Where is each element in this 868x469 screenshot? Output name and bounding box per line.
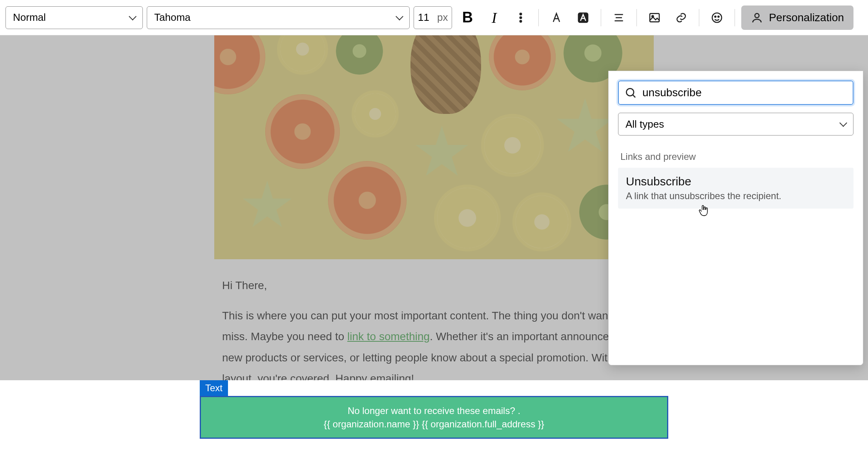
align-button[interactable] bbox=[607, 6, 630, 29]
toolbar-separator bbox=[601, 9, 601, 26]
font-size-input[interactable]: 11 px bbox=[414, 6, 452, 29]
type-filter-select[interactable]: All types bbox=[618, 113, 853, 136]
toolbar-separator bbox=[735, 9, 735, 26]
toolbar-separator bbox=[699, 9, 699, 26]
svg-point-1 bbox=[520, 16, 522, 18]
image-icon bbox=[648, 11, 661, 24]
svg-point-11 bbox=[718, 16, 719, 17]
font-size-unit: px bbox=[437, 11, 448, 24]
type-filter-value: All types bbox=[625, 118, 664, 130]
hero-image[interactable] bbox=[214, 35, 654, 259]
search-input[interactable] bbox=[642, 86, 847, 99]
toolbar: Normal Tahoma 11 px B I Personalization bbox=[0, 0, 868, 35]
footer-line-2: {{ organization.name }} {{ organization.… bbox=[208, 418, 660, 431]
link-button[interactable] bbox=[670, 6, 693, 29]
font-family-select[interactable]: Tahoma bbox=[147, 6, 410, 29]
results-heading: Links and preview bbox=[618, 151, 853, 168]
editor-canvas: Hi There, This is where you can put your… bbox=[0, 35, 868, 469]
chevron-down-icon bbox=[839, 119, 847, 127]
personalization-search[interactable] bbox=[618, 81, 853, 105]
bold-button[interactable]: B bbox=[456, 6, 479, 29]
chevron-down-icon bbox=[129, 13, 137, 20]
results-section: Links and preview Unsubscribe A link tha… bbox=[618, 151, 853, 209]
svg-point-12 bbox=[755, 13, 759, 18]
result-desc: A link that unsubscribes the recipient. bbox=[626, 191, 846, 202]
link-icon bbox=[675, 11, 687, 24]
image-button[interactable] bbox=[643, 6, 666, 29]
result-title: Unsubscribe bbox=[626, 175, 846, 188]
more-formatting-button[interactable] bbox=[509, 6, 532, 29]
svg-point-0 bbox=[520, 13, 522, 15]
footer-line-1: No longer want to receive these emails? … bbox=[208, 404, 660, 418]
emoji-icon bbox=[711, 11, 723, 24]
font-size-value: 11 bbox=[418, 11, 429, 24]
personalization-dropdown: All types Links and preview Unsubscribe … bbox=[608, 71, 863, 365]
personalization-button[interactable]: Personalization bbox=[741, 5, 853, 30]
search-icon bbox=[624, 86, 637, 99]
chevron-down-icon bbox=[396, 13, 403, 20]
svg-line-14 bbox=[633, 95, 635, 97]
text-color-icon bbox=[550, 11, 563, 24]
block-type-tag: Text bbox=[200, 380, 228, 396]
align-icon bbox=[613, 11, 625, 24]
result-unsubscribe[interactable]: Unsubscribe A link that unsubscribes the… bbox=[618, 168, 853, 209]
person-icon bbox=[751, 11, 763, 24]
toolbar-separator bbox=[636, 9, 637, 26]
svg-point-9 bbox=[712, 13, 722, 22]
svg-point-2 bbox=[520, 20, 522, 22]
emoji-button[interactable] bbox=[706, 6, 728, 29]
paragraph-style-select[interactable]: Normal bbox=[5, 6, 143, 29]
svg-rect-7 bbox=[650, 13, 659, 22]
email-greeting: Hi There, bbox=[222, 275, 646, 296]
email-content[interactable]: Hi There, This is where you can put your… bbox=[199, 259, 669, 401]
italic-button[interactable]: I bbox=[483, 6, 505, 29]
text-color-button[interactable] bbox=[545, 6, 568, 29]
personalization-label: Personalization bbox=[769, 11, 844, 24]
toolbar-separator bbox=[538, 9, 539, 26]
svg-point-13 bbox=[626, 88, 634, 96]
svg-point-10 bbox=[715, 16, 716, 17]
bg-color-button[interactable] bbox=[572, 6, 594, 29]
email-body: Hi There, This is where you can put your… bbox=[199, 35, 669, 401]
font-family-value: Tahoma bbox=[154, 11, 191, 24]
kebab-icon bbox=[514, 11, 527, 24]
selected-text-block[interactable]: Text No longer want to receive these ema… bbox=[189, 380, 679, 454]
email-link[interactable]: link to something bbox=[347, 330, 430, 343]
paragraph-style-value: Normal bbox=[13, 11, 46, 24]
footer-text-box[interactable]: No longer want to receive these emails? … bbox=[200, 396, 668, 439]
bg-color-icon bbox=[577, 11, 589, 24]
